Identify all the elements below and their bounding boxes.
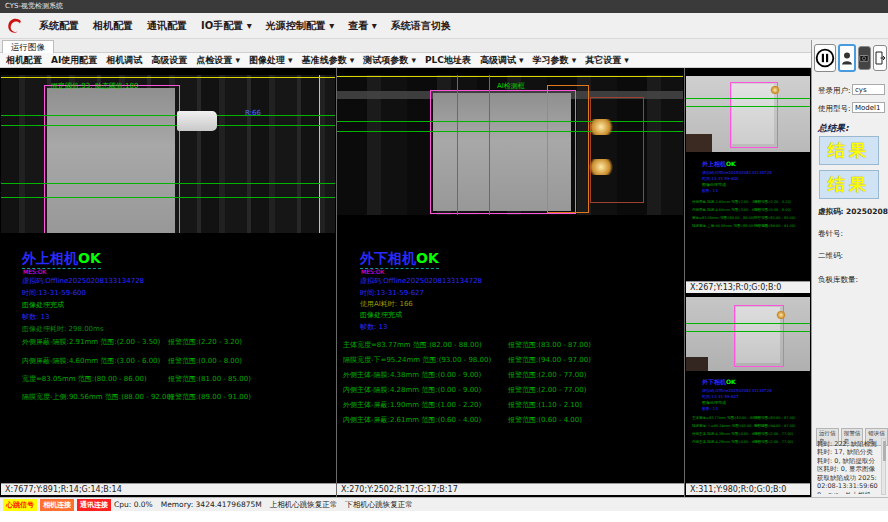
tool-baseline-params[interactable]: 基准线参数 ▾ (302, 54, 355, 67)
center-pixel-coordinates: X:270;Y:2502;R:17;G:17;B:17 (337, 483, 684, 495)
window-title-bar: CYS-视觉检测系统 (0, 0, 888, 13)
mini1-row: 内侧屏蔽-隔膜:4.60mm 范围:(3.00 - 6.00) (692, 206, 754, 214)
left-pixel-coordinates: X:7677;Y:891;R:14;G:14;B:14 (1, 483, 336, 495)
measure-line (686, 331, 810, 332)
shadow-corner-shape (686, 357, 708, 371)
memory-usage-text: Memory: 3424.41796875M (161, 500, 262, 509)
tab-run-image[interactable]: 运行图像 (2, 40, 54, 54)
window-title: CYS-视觉检测系统 (5, 2, 63, 10)
menu-comm-config[interactable]: 通讯配置 (147, 19, 187, 33)
tool-camera-debug[interactable]: 相机调试 (106, 54, 142, 67)
center-time: 时间:13-31-59-627 (360, 288, 424, 298)
menu-camera-config[interactable]: 相机配置 (93, 19, 133, 33)
login-user-value[interactable]: cys (852, 84, 885, 95)
roi-box-orange (547, 85, 589, 213)
mini1-row: 报警范围:(0.00 - 8.00) (754, 206, 808, 214)
user-icon (841, 51, 853, 65)
mini1-row: 报警范围:(2.20 - 3.20) (754, 198, 808, 206)
center-mes-status: MES:OK (361, 268, 384, 275)
center-alarm-row: 报警范围:(1.10 - 2.10) (508, 400, 582, 410)
left-measure-row: 宽度=83.05mm 范围:(80.00 - 86.00) (22, 374, 147, 384)
mini2-code: 虚拟码:Offline20250208133134728 (702, 388, 772, 393)
tool-image-processing[interactable]: 图像处理 ▾ (249, 54, 293, 67)
control-sidebar: 登录用户: cys 使用型号: Model1 总结果: 结果 结果 虚拟码: 2… (811, 40, 888, 497)
left-process-cost: 图像处理耗时: 298.00ms (22, 324, 104, 334)
center-alarm-row: 报警范围:(83.00 - 87.00) (508, 340, 591, 350)
ai-detect-overlay-text: AI检测框 (497, 81, 525, 91)
measure-line-3 (1, 183, 335, 184)
left-camera-name: 外上相机 (22, 250, 78, 266)
measure-line (686, 106, 810, 107)
center-measure-row: 内侧主体-隔膜:4.28mm 范围:(0.00 - 9.00) (343, 385, 481, 395)
upper-camera-heartbeat-message: 上相机心跳恢复正常 (270, 500, 338, 510)
tool-advanced-settings[interactable]: 高级设置 (151, 54, 187, 67)
tool-ai-use-config[interactable]: AI使用配置 (51, 54, 97, 67)
mini2-frames: 帧数: 13 (702, 406, 718, 411)
center-camera-ok-status: OK (416, 250, 439, 266)
reflection-spot (770, 86, 780, 94)
camera-settings-button[interactable] (858, 46, 871, 70)
mini1-time: 时间:13-31-59-600 (702, 176, 739, 181)
log-text: 耗时: 222, 缺陷检测耗时: 17, 缺陷分类耗时: 0, 缺陷提取分区耗时… (817, 440, 879, 494)
logo-swirl-icon (5, 16, 25, 36)
result-box-2: 结果 (819, 170, 879, 199)
result-box-1: 结果 (819, 136, 879, 165)
tool-camera-config[interactable]: 相机配置 (6, 54, 42, 67)
tool-spot-check[interactable]: 点检设置 ▾ (196, 54, 240, 67)
mini1-title: 外上相机OK (702, 160, 736, 169)
left-alarm-row: 报警范围:(89.00 - 91.00) (168, 392, 251, 402)
cpu-usage-text: Cpu: 0.0% (114, 500, 153, 509)
menu-light-config[interactable]: 光源控制配置 ▾ (266, 19, 335, 33)
camera-view-upper-outer[interactable]: 固定阈值:93, 动态阈值:100 R:66 (1, 75, 335, 233)
status-bar: 心跳信号 相机连接 通讯连接 Cpu: 0.0% Memory: 3424.41… (0, 497, 888, 511)
panel-divider-2 (684, 68, 685, 497)
threshold-overlay-text: 固定阈值:93, 动态阈值:100 (51, 81, 138, 91)
virtual-code-line: 虚拟码: 20250208 (818, 207, 888, 217)
measure-line (686, 323, 810, 324)
tab-connector-shape (177, 111, 217, 131)
reflection-spot (587, 159, 615, 175)
mini1-code: 虚拟码:Offline20250208133134728 (702, 170, 772, 175)
calibration-line-right (319, 75, 320, 233)
camera-view-lower-outer[interactable]: AI检测框 (337, 75, 683, 215)
mini1-row: 外侧屏蔽-隔膜:2.91mm 范围:(2.00 - 3.50) (692, 198, 754, 206)
sidebar-button-row (814, 44, 887, 72)
measure-line-1 (1, 115, 335, 116)
reflection-spot (587, 119, 615, 135)
mini1-camera-name: 外上相机 (702, 160, 726, 167)
camera-icon (859, 53, 869, 63)
tool-other-settings[interactable]: 其它设置 ▾ (585, 54, 629, 67)
mini2-done: 图像处理完成 (702, 400, 726, 405)
center-alarm-row: 报警范围:(0.60 - 4.00) (508, 415, 582, 425)
tool-advanced-debug[interactable]: 高级调试 ▾ (480, 54, 524, 67)
menu-language-switch[interactable]: 系统语言切换 (391, 19, 451, 33)
menu-io-config[interactable]: IO手配置 ▾ (201, 19, 252, 33)
log-scrollbar-thumb[interactable] (883, 441, 886, 461)
login-user-button[interactable] (838, 44, 855, 72)
pause-button[interactable] (814, 44, 836, 72)
mini2-time: 时间:13-31-59-627 (702, 394, 739, 399)
exit-button[interactable] (873, 45, 888, 71)
menu-view[interactable]: 查看 ▾ (348, 19, 377, 33)
measure-line-4 (1, 197, 335, 198)
mini-camera-view-2[interactable] (686, 297, 810, 371)
mini2-pixel-coordinates: X:311;Y:980;R:0;G:0;B:0 (686, 483, 810, 495)
roi-box-magenta (44, 85, 180, 233)
mini2-title: 外下相机OK (702, 378, 736, 387)
center-measure-row: 隔膜宽度-下=95.24mm 范围:(93.00 - 98.00) (343, 355, 491, 365)
tool-learning-params[interactable]: 学习参数 ▾ (533, 54, 577, 67)
log-scrollbar[interactable] (881, 438, 886, 495)
tool-plc-address[interactable]: PLC地址表 (425, 54, 471, 67)
marker-overlay-text: R:66 (245, 109, 261, 117)
tab-strip: 运行图像 (0, 39, 888, 53)
mini1-row: 报警范围:(89.00 - 91.00) (754, 222, 808, 230)
left-alarm-row: 报警范围:(81.00 - 85.00) (168, 374, 251, 384)
measure-line (686, 98, 810, 99)
measure-line-v2 (489, 75, 490, 215)
model-value[interactable]: Model1 (852, 102, 885, 113)
mini-camera-view-1[interactable] (686, 76, 810, 152)
left-time: 时间:13-31-59-600 (22, 288, 86, 298)
mini1-measure-grid: 外侧屏蔽-隔膜:2.91mm 范围:(2.00 - 3.50)报警范围:(2.2… (692, 198, 808, 230)
tool-test-params[interactable]: 测试项参数 ▾ (363, 54, 416, 67)
menu-system-config[interactable]: 系统配置 (39, 19, 79, 33)
